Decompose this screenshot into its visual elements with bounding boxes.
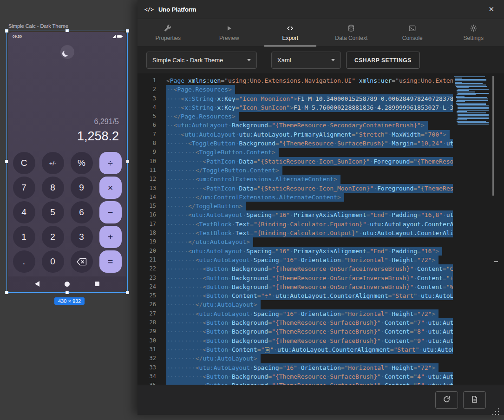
nav-recents-icon[interactable] [95, 282, 99, 286]
calc-key-8[interactable]: 8 [42, 177, 64, 199]
calc-key-plus-minus[interactable]: +/- [42, 152, 64, 174]
code-line: 14········</um:ControlExtensions.Alterna… [137, 193, 453, 202]
calc-key-multiply[interactable]: × [99, 177, 122, 199]
resize-handle-top-right[interactable] [126, 29, 129, 33]
tab-preview[interactable]: Preview [199, 19, 260, 46]
line-number: 10 [137, 157, 156, 166]
tab-data-context[interactable]: Data Context [321, 19, 382, 46]
code-line: 26········</utu:AutoLayout> [137, 300, 453, 309]
code-line: 6··<utu:AutoLayout·Background="{ThemeRes… [137, 121, 453, 130]
code-line: 33········<utu:AutoLayout·Spacing="16"·O… [137, 363, 453, 372]
artboard-label: Simple Calc - Dark Theme [8, 23, 68, 29]
code-line: 29··········<Button·Background="{ThemeRe… [137, 327, 453, 336]
csharp-settings-button[interactable]: CSHARP SETTINGS [346, 52, 420, 69]
resize-handle-bottom-mid[interactable] [65, 291, 69, 294]
uno-logo-icon: </> [144, 7, 154, 13]
code-line: 32········</utu:AutoLayout> [137, 354, 453, 363]
play-icon [225, 25, 233, 32]
calc-key-3[interactable]: 3 [71, 226, 93, 248]
nav-back-icon[interactable] [35, 281, 39, 287]
refresh-button[interactable] [435, 391, 458, 409]
code-line: 9········<ToggleButton.Content> [137, 148, 453, 157]
calc-key-equals[interactable]: = [99, 250, 122, 273]
calc-key-minus[interactable]: − [99, 201, 122, 223]
tab-settings[interactable]: Settings [443, 19, 504, 46]
calc-key-5[interactable]: 5 [42, 201, 64, 223]
line-number: 25 [137, 291, 156, 300]
window-resize-grip[interactable] [491, 407, 500, 418]
window-titlebar: </> Uno Platform ✕ [137, 0, 504, 19]
gear-icon [470, 24, 478, 32]
line-number: 24 [137, 282, 156, 291]
line-number: 23 [137, 274, 156, 282]
resize-handle-bottom-left[interactable] [5, 291, 8, 294]
moon-icon [64, 49, 70, 55]
nav-home-icon[interactable] [65, 282, 70, 287]
overview-ruler-mark [494, 261, 498, 262]
tab-export[interactable]: Export [260, 19, 321, 46]
artboard-size-badge: 430 × 932 [54, 297, 85, 305]
calc-key-1[interactable]: 1 [13, 226, 35, 248]
calc-key-2[interactable]: 2 [42, 226, 64, 248]
window-title: Uno Platform [158, 6, 196, 13]
line-number: 28 [137, 318, 156, 327]
code-line: 28··········<Button·Background="{ThemeRe… [137, 318, 453, 327]
code-line: 19······</utu:AutoLayout> [137, 237, 453, 246]
export-file-button[interactable] [463, 391, 486, 409]
calc-equation: 6,291/5 [94, 118, 119, 126]
code-line: 20······<utu:AutoLayout·Spacing="16"·Pri… [137, 247, 453, 256]
calc-key-dot[interactable]: . [13, 250, 35, 273]
phone-selection[interactable]: 09:30 6,291/5 1,258.2 C+/-%÷789×456−123+… [7, 31, 128, 293]
line-number: 6 [137, 121, 156, 130]
tab-properties[interactable]: Properties [137, 19, 199, 46]
line-number: 4 [137, 103, 156, 112]
line-number: 13 [137, 184, 156, 193]
calc-key-6[interactable]: 6 [71, 201, 93, 223]
resize-handle-bottom-right[interactable] [126, 291, 129, 294]
line-number: 35 [137, 381, 156, 385]
line-number: 9 [137, 148, 156, 157]
project-select[interactable]: Simple Calc - Dark Theme [146, 52, 257, 69]
calc-key-clear[interactable]: C [13, 152, 35, 174]
code-line: 5··</Page.Resources> [137, 112, 453, 121]
code-pane[interactable]: 1<Page xmlns:uen="using:Uno.Extensions.N… [137, 73, 453, 385]
format-select[interactable]: Xaml [271, 52, 341, 69]
export-toolbar: Simple Calc - Dark Theme Xaml CSHARP SET… [137, 46, 504, 73]
code-line: 34··········<Button·Background="{ThemeRe… [137, 372, 453, 381]
theme-toggle-button[interactable] [60, 45, 74, 59]
calc-key-backspace[interactable] [71, 250, 93, 273]
calc-key-divide[interactable]: ÷ [99, 152, 122, 174]
tab-console[interactable]: Console [382, 19, 443, 46]
minimap[interactable] [454, 76, 491, 125]
code-editor[interactable]: 1<Page xmlns:uen="using:Uno.Extensions.N… [137, 73, 504, 385]
android-nav-bar [8, 276, 126, 291]
uno-platform-window: </> Uno Platform ✕ PropertiesPreviewExpo… [137, 0, 504, 415]
line-number: 27 [137, 309, 156, 318]
calc-key-percent[interactable]: % [71, 152, 93, 174]
resize-handle-mid-right[interactable] [126, 160, 129, 163]
line-number: 14 [137, 193, 156, 202]
calc-key-0[interactable]: 0 [42, 250, 64, 273]
line-number: 8 [137, 139, 156, 148]
code-icon [286, 25, 294, 32]
database-icon [347, 24, 355, 32]
code-line: 13··········<PathIcon·Data="{StaticResou… [137, 184, 453, 193]
line-number: 33 [137, 363, 156, 372]
code-line: 17········<TextBlock·Text="{Binding·Calc… [137, 220, 453, 229]
line-number: 30 [137, 336, 156, 345]
code-line: 30··········<Button·Background="{ThemeRe… [137, 336, 453, 345]
export-file-icon [471, 395, 478, 405]
line-number: 12 [137, 175, 156, 184]
calc-key-7[interactable]: 7 [13, 177, 35, 199]
code-line: 8······<ToggleButton·Background="{ThemeR… [137, 139, 453, 148]
desktop-background: Simple Calc - Dark Theme 09:30 [0, 0, 504, 420]
close-icon[interactable]: ✕ [485, 4, 497, 14]
calc-key-4[interactable]: 4 [13, 201, 35, 223]
scrollbar-thumb[interactable] [492, 76, 494, 196]
chevron-down-icon [331, 59, 335, 61]
resize-handle-top-left[interactable] [5, 29, 8, 33]
calc-key-9[interactable]: 9 [71, 177, 93, 199]
calc-key-plus[interactable]: + [99, 226, 122, 248]
battery-icon [117, 35, 122, 38]
refresh-icon [443, 395, 451, 405]
